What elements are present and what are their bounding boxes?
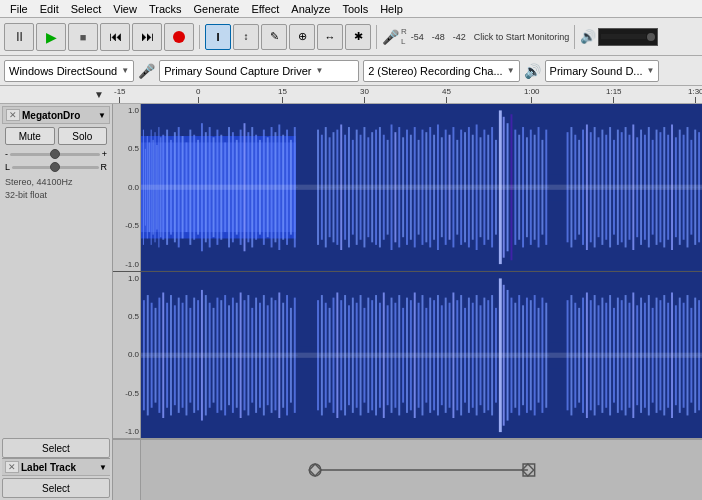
scale-0-5-bottom: 0.5 [114, 312, 139, 321]
track-select-button[interactable]: Select [2, 438, 110, 458]
svg-rect-286 [141, 352, 702, 357]
input-device-dropdown[interactable]: Primary Sound Capture Driver ▼ [159, 60, 359, 82]
lower-waveform[interactable] [141, 272, 702, 439]
skip-forward-button[interactable]: ⏭ [132, 23, 162, 51]
multi-tool-button[interactable]: ✱ [345, 24, 371, 50]
stop-button[interactable]: ■ [68, 23, 98, 51]
scale-neg-1-0-top: -1.0 [114, 260, 139, 269]
audio-host-dropdown[interactable]: Windows DirectSound ▼ [4, 60, 134, 82]
scale-0-5-top: 0.5 [114, 144, 139, 153]
pan-left-label: L [5, 162, 10, 172]
track-sample-rate: Stereo, 44100Hz [5, 176, 107, 189]
lower-waveform-svg [141, 272, 702, 439]
vu-level-42: -42 [453, 32, 466, 42]
timeline-ruler: ▼ -15 0 15 30 45 1:00 1:15 [0, 86, 702, 104]
skip-back-button[interactable]: ⏮ [100, 23, 130, 51]
vu-level-54: -54 [411, 32, 424, 42]
menu-tools[interactable]: Tools [336, 2, 374, 16]
main-content: ✕ MegatonDro ▼ Mute Solo - + L [0, 104, 702, 500]
output-device-label: Primary Sound D... [550, 65, 643, 77]
click-to-monitor-label[interactable]: Click to Start Monitoring [474, 32, 570, 42]
menu-analyze[interactable]: Analyze [285, 2, 336, 16]
channels-label: 2 (Stereo) Recording Cha... [368, 65, 503, 77]
upper-scale-labels: 1.0 0.5 0.0 -0.5 -1.0 [113, 104, 141, 271]
pan-control: L R [5, 162, 107, 172]
label-track-svg [141, 440, 702, 500]
scale-0-0-top: 0.0 [114, 183, 139, 192]
volume-slider-thumb [50, 149, 60, 159]
pause-button[interactable]: ⏸ [4, 23, 34, 51]
channels-arrow-icon: ▼ [507, 66, 515, 75]
label-track-header: ✕ Label Track ▼ [2, 458, 110, 476]
volume-plus-label: + [102, 149, 107, 159]
audio-host-label: Windows DirectSound [9, 65, 117, 77]
scale-neg-0-5-bottom: -0.5 [114, 389, 139, 398]
menu-effect[interactable]: Effect [245, 2, 285, 16]
ruler-mark: 45 [442, 87, 451, 103]
ruler-mark: 30 [360, 87, 369, 103]
device-toolbar: Windows DirectSound ▼ 🎤 Primary Sound Ca… [0, 56, 702, 86]
volume-control: - + [5, 149, 107, 159]
track-panel-spacer [2, 204, 110, 436]
upper-waveform[interactable]: // Will be drawn via JS below [141, 104, 702, 271]
record-button[interactable] [164, 23, 194, 51]
mute-solo-controls: Mute Solo [5, 127, 107, 145]
playback-vu-meter [598, 28, 658, 46]
menu-generate[interactable]: Generate [188, 2, 246, 16]
draw-tool-button[interactable]: ✎ [261, 24, 287, 50]
speaker-icon: 🔊 [524, 63, 541, 79]
channels-dropdown[interactable]: 2 (Stereo) Recording Cha... ▼ [363, 60, 519, 82]
vu-r-label: R [401, 27, 407, 36]
timeshift-tool-button[interactable]: ↔ [317, 24, 343, 50]
volume-slider-track[interactable] [10, 153, 100, 156]
output-device-arrow-icon: ▼ [647, 66, 655, 75]
menu-file[interactable]: File [4, 2, 34, 16]
label-track-close-button[interactable]: ✕ [5, 461, 19, 473]
input-device-label: Primary Sound Capture Driver [164, 65, 311, 77]
track-header: ✕ MegatonDro ▼ [2, 106, 110, 124]
vu-level-48: -48 [432, 32, 445, 42]
menubar: File Edit Select View Tracks Generate Ef… [0, 0, 702, 18]
svg-rect-146 [141, 185, 702, 190]
zoom-tool-button[interactable]: ⊕ [289, 24, 315, 50]
scale-neg-0-5-top: -0.5 [114, 221, 139, 230]
play-button[interactable]: ▶ [36, 23, 66, 51]
ruler-mark: 0 [196, 87, 200, 103]
menu-edit[interactable]: Edit [34, 2, 65, 16]
track-name-dropdown-icon[interactable]: ▼ [98, 111, 106, 120]
track-close-button[interactable]: ✕ [6, 109, 20, 121]
ruler-mark: 1:00 [524, 87, 540, 103]
label-track-select-button[interactable]: Select [2, 478, 110, 498]
label-track-dropdown-icon[interactable]: ▼ [99, 463, 107, 472]
select-tool-button[interactable]: I [205, 24, 231, 50]
mute-button[interactable]: Mute [5, 127, 55, 145]
ruler-marks: -15 0 15 30 45 1:00 1:15 1:30 [114, 86, 702, 103]
scale-1-0-bottom: 1.0 [114, 274, 139, 283]
track-control-panel: ✕ MegatonDro ▼ Mute Solo - + L [0, 104, 113, 500]
toolbar-separator-3 [574, 25, 575, 49]
menu-help[interactable]: Help [374, 2, 409, 16]
pan-slider-track[interactable] [12, 166, 98, 169]
track-controls: Mute Solo - + L R Stereo, 44100 [2, 124, 110, 204]
ruler-mark: 1:15 [606, 87, 622, 103]
toolbar-separator-2 [376, 25, 377, 49]
ruler-mark: 1:30 [688, 87, 702, 103]
scale-neg-1-0-bottom: -1.0 [114, 427, 139, 436]
output-device-dropdown[interactable]: Primary Sound D... ▼ [545, 60, 660, 82]
menu-view[interactable]: View [107, 2, 143, 16]
track-name-label: MegatonDro [22, 110, 80, 121]
track-info: Stereo, 44100Hz 32-bit float [5, 176, 107, 201]
menu-select[interactable]: Select [65, 2, 108, 16]
mic-icon: 🎤 [138, 63, 155, 79]
solo-button[interactable]: Solo [58, 127, 108, 145]
volume-minus-label: - [5, 149, 8, 159]
scale-1-0-top: 1.0 [114, 106, 139, 115]
waveform-area: 1.0 0.5 0.0 -0.5 -1.0 // Will be [113, 104, 702, 500]
toolbar-separator [199, 25, 200, 49]
audio-host-arrow-icon: ▼ [121, 66, 129, 75]
label-track-content[interactable] [141, 440, 702, 500]
menu-tracks[interactable]: Tracks [143, 2, 188, 16]
upper-channel: 1.0 0.5 0.0 -0.5 -1.0 // Will be [113, 104, 702, 272]
vu-l-label: L [401, 37, 405, 46]
envelope-tool-button[interactable]: ↕ [233, 24, 259, 50]
